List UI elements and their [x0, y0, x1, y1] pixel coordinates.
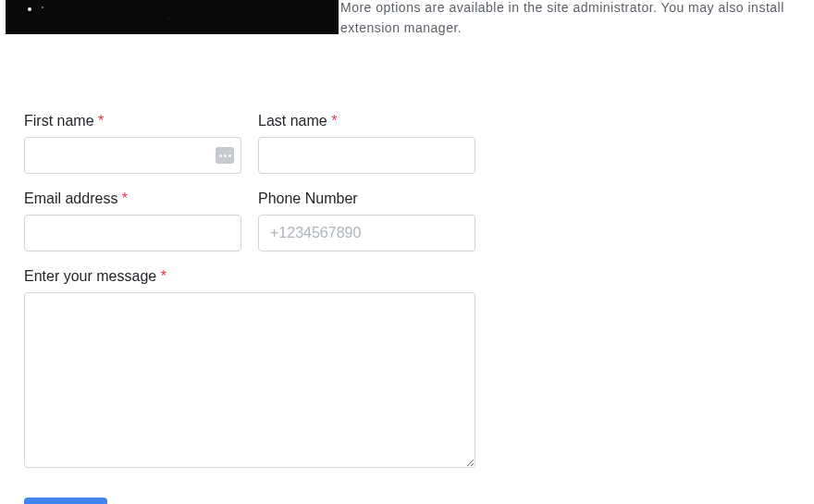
message-label: Enter your message * [24, 268, 475, 285]
contact-form: First name * Last name * Email address * [0, 89, 500, 504]
last-name-label: Last name * [258, 113, 475, 129]
intro-text: More options are available in the site a… [339, 0, 814, 38]
phone-label-text: Phone Number [258, 191, 358, 206]
required-marker: * [161, 268, 166, 284]
phone-group: Phone Number [258, 191, 475, 252]
phone-label: Phone Number [258, 191, 475, 207]
required-marker: * [122, 191, 128, 206]
email-label: Email address * [24, 191, 241, 207]
message-label-text: Enter your message [24, 268, 156, 284]
first-name-input[interactable] [24, 137, 241, 174]
phone-input[interactable] [258, 215, 475, 252]
last-name-group: Last name * [258, 113, 475, 174]
first-name-group: First name * [24, 113, 241, 174]
required-marker: * [98, 113, 104, 129]
autofill-icon[interactable] [216, 147, 234, 164]
message-textarea[interactable] [24, 292, 475, 468]
hero-image [6, 0, 339, 34]
required-marker: * [331, 113, 337, 129]
email-input[interactable] [24, 215, 241, 252]
first-name-label-text: First name [24, 113, 94, 129]
submit-button[interactable]: Submit [24, 498, 107, 504]
email-label-text: Email address [24, 191, 117, 206]
email-group: Email address * [24, 191, 241, 252]
last-name-label-text: Last name [258, 113, 327, 129]
first-name-label: First name * [24, 113, 241, 129]
last-name-input[interactable] [258, 137, 475, 174]
message-group: Enter your message * [24, 268, 475, 472]
